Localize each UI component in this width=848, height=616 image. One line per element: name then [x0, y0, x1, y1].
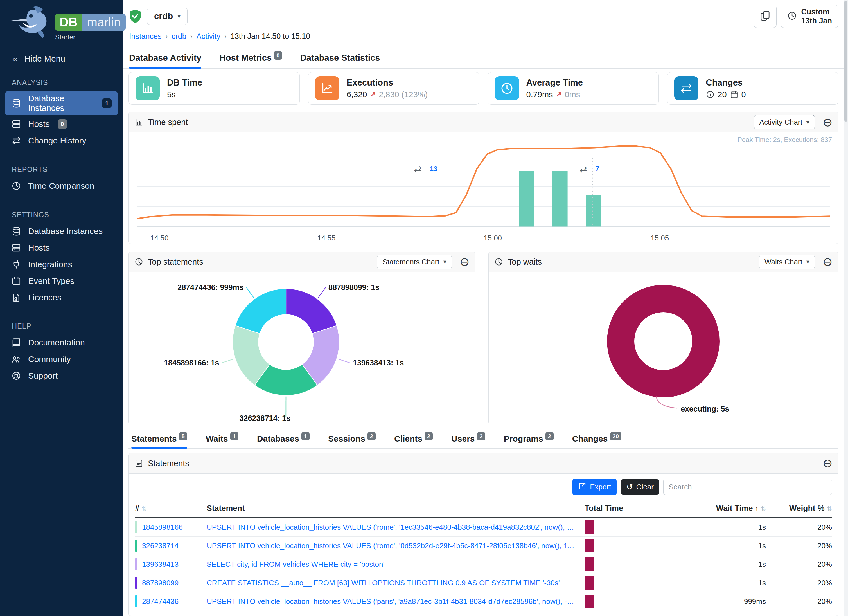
time-spent-chart[interactable]: ⇄13⇄7	[137, 139, 830, 232]
undo-icon: ↺	[626, 482, 633, 492]
statement-id-link[interactable]: 1845898166	[135, 521, 207, 533]
color-chip	[135, 595, 138, 607]
svg-text:⇄: ⇄	[580, 164, 587, 174]
count-badge: 1	[230, 432, 239, 441]
sidebar-item-hosts[interactable]: Hosts	[5, 240, 118, 256]
column-header-[interactable]: #⇅	[135, 504, 207, 513]
breadcrumb-link-activity[interactable]: Activity	[196, 32, 221, 41]
top-waits-header: Top waits Waits Chart ▾ ⊖	[489, 252, 838, 272]
database-icon	[11, 226, 22, 236]
breadcrumb-link-crdb[interactable]: crdb	[172, 32, 187, 41]
sidebar-item-event-types[interactable]: Event Types	[5, 273, 118, 289]
detail-tab-sessions[interactable]: Sessions2	[328, 434, 376, 448]
collapse-panel-icon[interactable]: ⊖	[823, 457, 833, 469]
table-row: 887898099CREATE STATISTICS __auto__ FROM…	[135, 574, 832, 592]
statement-link[interactable]: UPSERT INTO vehicle_location_histories V…	[207, 523, 584, 531]
time-spent-chart-area: Peak Time: 2s, Executions: 837 ⇄13⇄7 14:…	[129, 132, 838, 244]
kpi-pair-value: 20	[718, 90, 726, 99]
statement-link[interactable]: UPSERT INTO vehicle_location_histories V…	[207, 597, 584, 606]
table-row: 1845898166UPSERT INTO vehicle_location_h…	[135, 518, 832, 537]
activity-chart-select[interactable]: Activity Chart ▾	[754, 115, 815, 129]
kpi-text: Changes200	[706, 78, 746, 99]
column-header-weight[interactable]: Weight %⇅	[766, 504, 832, 513]
sidebar: DBmarlin Starter « Hide Menu ANALYSISDat…	[0, 0, 123, 616]
scrollbar[interactable]	[844, 0, 848, 616]
statement-id-link[interactable]: 139638413	[135, 558, 207, 570]
table-header-row: #⇅StatementTotal TimeWait Time↑⇅Weight %…	[135, 500, 832, 518]
trend-up-icon: ↗	[370, 90, 376, 99]
tab-database-statistics[interactable]: Database Statistics	[300, 53, 380, 68]
time-spent-panel-header: Time spent Activity Chart ▾ ⊖	[129, 112, 838, 132]
clear-label: Clear	[636, 483, 654, 491]
detail-tab-waits[interactable]: Waits1	[206, 434, 239, 448]
statement-id-link[interactable]: 887898099	[135, 577, 207, 589]
collapse-panel-icon[interactable]: ⊖	[823, 256, 833, 268]
sidebar-item-documentation[interactable]: Documentation	[5, 335, 118, 350]
time-spent-panel: Time spent Activity Chart ▾ ⊖ Peak Time:…	[129, 112, 838, 244]
tab-label: Database Statistics	[300, 53, 380, 63]
chevron-double-left-icon: «	[12, 53, 18, 64]
total-time-bar	[584, 595, 594, 608]
statement-link[interactable]: SELECT city, id FROM vehicles WHERE city…	[207, 560, 584, 569]
sort-icon[interactable]: ⇅	[827, 505, 832, 512]
export-button[interactable]: Export	[572, 479, 617, 495]
detail-tab-statements[interactable]: Statements5	[131, 434, 187, 448]
collapse-panel-icon[interactable]: ⊖	[460, 256, 470, 268]
sidebar-item-database-instances[interactable]: Database Instances1	[5, 91, 118, 115]
copy-link-button[interactable]	[753, 5, 777, 28]
statements-chart-select[interactable]: Statements Chart ▾	[377, 255, 452, 269]
tab-database-activity[interactable]: Database Activity	[129, 53, 201, 68]
collapse-panel-icon[interactable]: ⊖	[823, 116, 833, 128]
pie-chart-icon	[134, 257, 144, 266]
chevron-down-icon: ▾	[178, 13, 181, 20]
waits-chart-select[interactable]: Waits Chart ▾	[759, 255, 815, 269]
svg-text:287474436: 999ms: 287474436: 999ms	[178, 283, 243, 292]
sidebar-item-label: Documentation	[28, 338, 85, 347]
sidebar-item-hosts[interactable]: Hosts0	[5, 116, 118, 132]
sort-icon[interactable]: ⇅	[142, 505, 147, 512]
statement-id: 887898099	[142, 579, 179, 587]
kpi-delta: 0ms	[565, 90, 580, 99]
sidebar-item-label: Licences	[28, 293, 61, 302]
sidebar-item-integrations[interactable]: Integrations	[5, 257, 118, 272]
tab-host-metrics[interactable]: Host Metrics0	[219, 53, 282, 68]
sidebar-item-database-instances[interactable]: Database Instances	[5, 223, 118, 239]
sidebar-item-support[interactable]: Support	[5, 368, 118, 384]
statement-id-link[interactable]: 326238714	[135, 540, 207, 552]
detail-tab-programs[interactable]: Programs2	[504, 434, 554, 448]
time-range-button[interactable]: Custom 13th Jan	[781, 5, 838, 28]
sidebar-item-change-history[interactable]: Change History	[5, 133, 118, 148]
statement-link[interactable]: UPSERT INTO vehicle_location_histories V…	[207, 542, 584, 550]
sidebar-section-title: REPORTS	[5, 165, 118, 174]
count-badge: 1	[102, 98, 112, 108]
search-input[interactable]	[663, 479, 832, 495]
detail-tab-clients[interactable]: Clients2	[394, 434, 433, 448]
detail-tab-databases[interactable]: Databases1	[257, 434, 310, 448]
sidebar-item-community[interactable]: Community	[5, 351, 118, 367]
statements-table-header: Statements ⊖	[129, 453, 838, 474]
sort-icon[interactable]: ⇅	[761, 505, 766, 512]
tab-label: Database Activity	[129, 53, 201, 63]
sidebar-item-time-comparison[interactable]: Time Comparison	[5, 178, 118, 194]
waits-donut-chart[interactable]: executing: 5s	[489, 272, 838, 424]
column-header-wait-time[interactable]: Wait Time↑⇅	[656, 504, 766, 513]
sort-ascending-icon[interactable]: ↑	[755, 505, 759, 512]
time-axis: 14:5014:5515:0015:05	[137, 234, 830, 243]
statements-donut-chart[interactable]: 887898099: 1s139638413: 1s326238714: 1s1…	[129, 272, 475, 424]
kpi-title: DB Time	[167, 78, 202, 88]
bar-chart-icon	[134, 118, 144, 127]
sidebar-item-licences[interactable]: Licences	[5, 290, 118, 306]
detail-tab-changes[interactable]: Changes20	[572, 434, 621, 448]
instance-selector[interactable]: crdb ▾	[147, 7, 188, 25]
clear-button[interactable]: ↺ Clear	[621, 479, 659, 495]
statement-id-link[interactable]: 287474436	[135, 595, 207, 607]
panel-title: Top statements	[148, 257, 203, 267]
detail-tab-users[interactable]: Users2	[451, 434, 485, 448]
breadcrumb-link-instances[interactable]: Instances	[129, 32, 162, 41]
tab-label: Users	[451, 434, 474, 443]
event-icon	[11, 276, 22, 286]
hide-menu-button[interactable]: « Hide Menu	[0, 46, 123, 71]
total-time-cell	[584, 595, 656, 608]
statement-link[interactable]: CREATE STATISTICS __auto__ FROM [63] WIT…	[207, 579, 584, 587]
scrollbar-thumb[interactable]	[844, 1, 847, 122]
